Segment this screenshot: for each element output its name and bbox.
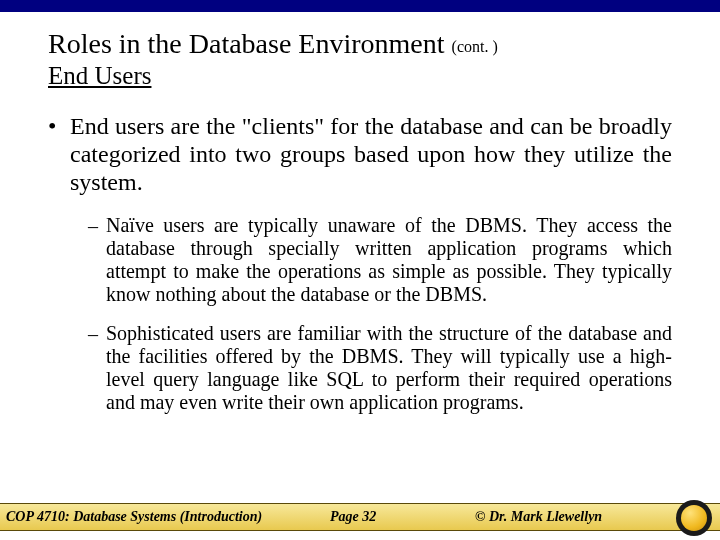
title-continuation: (cont. ) (452, 38, 498, 55)
footer-bottom-strip (0, 531, 720, 540)
slide-subtitle: End Users (48, 62, 672, 90)
bullet-text: End users are the "clients" for the data… (70, 112, 672, 196)
sub-bullet-text: Naïve users are typically unaware of the… (106, 214, 672, 306)
footer-course: COP 4710: Database Systems (Introduction… (6, 509, 262, 525)
slide-footer: COP 4710: Database Systems (Introduction… (0, 503, 720, 540)
footer-band: COP 4710: Database Systems (Introduction… (0, 503, 720, 531)
bullet-item: • End users are the "clients" for the da… (48, 112, 672, 196)
top-accent-bar (0, 0, 720, 12)
sub-bullet-text: Sophisticated users are familiar with th… (106, 322, 672, 414)
dash-marker: – (88, 322, 106, 414)
slide-content: Roles in the Database Environment (cont.… (0, 12, 720, 414)
sub-bullet-item: – Sophisticated users are familiar with … (88, 322, 672, 414)
bullet-marker: • (48, 112, 70, 196)
title-main: Roles in the Database Environment (48, 28, 445, 59)
sub-bullet-item: – Naïve users are typically unaware of t… (88, 214, 672, 306)
ucf-logo-icon (676, 500, 712, 536)
slide-title: Roles in the Database Environment (cont.… (48, 28, 672, 60)
footer-page: Page 32 (330, 509, 376, 525)
dash-marker: – (88, 214, 106, 306)
footer-author: © Dr. Mark Llewellyn (475, 509, 602, 525)
